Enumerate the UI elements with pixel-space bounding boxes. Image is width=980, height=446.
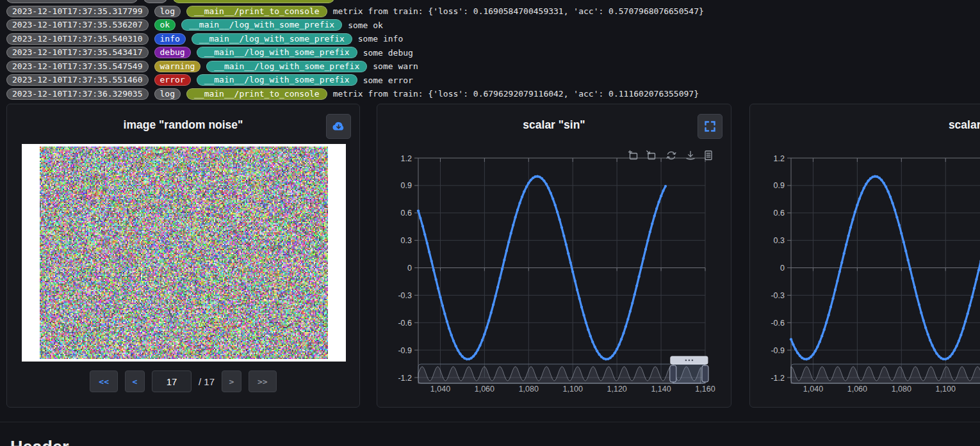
scalar-sin-card: 1.20.90.60.30-0.3-0.6-0.9-1.21,0401,0601… (377, 104, 731, 408)
image-pagination: << < / 17 > >> (7, 370, 359, 392)
log-logger-badge: __main__/log_with_some_prefix (206, 61, 367, 72)
svg-text:0: 0 (780, 264, 785, 273)
next-section-heading: Header (10, 438, 69, 446)
image-card-title: image "random noise" (7, 118, 359, 132)
last-page-button[interactable]: >> (249, 370, 277, 392)
sin-chart[interactable]: 1.20.90.60.30-0.3-0.6-0.9-1.21,0401,0601… (377, 104, 732, 408)
cos-card-title: scalar "cos" (750, 118, 980, 132)
log-row (6, 0, 980, 3)
datazoom-handle[interactable] (670, 365, 676, 382)
log-row: 2023-12-10T17:37:35.317799 log __main__/… (6, 6, 980, 17)
log-row: 2023-12-10T17:37:35.547549 warning __mai… (6, 61, 980, 72)
svg-text:1.2: 1.2 (774, 154, 785, 163)
log-level-badge: log (154, 6, 181, 17)
svg-text:-1.2: -1.2 (771, 374, 785, 383)
log-logger-badge: __main__/log_with_some_prefix (197, 47, 357, 58)
svg-text:-0.3: -0.3 (771, 291, 785, 300)
log-timestamp-badge (6, 0, 138, 3)
log-timestamp-badge: 2023-12-10T17:37:35.317799 (6, 6, 149, 17)
svg-text:1,160: 1,160 (695, 385, 715, 394)
log-timestamp-badge: 2023-12-10T17:37:35.551460 (6, 74, 149, 86)
log-level-badge: info (154, 33, 186, 45)
log-row: 2023-12-10T17:37:35.536207 ok __main__/l… (6, 19, 980, 31)
log-timestamp-badge: 2023-12-10T17:37:35.547549 (6, 61, 149, 72)
svg-text:1,060: 1,060 (847, 385, 867, 394)
log-row: 2023-12-10T17:37:35.540310 info __main__… (6, 33, 980, 45)
fullscreen-icon (705, 121, 715, 132)
svg-text:1,100: 1,100 (563, 385, 583, 394)
page-total-label: / 17 (199, 376, 215, 387)
svg-text:0.3: 0.3 (401, 236, 412, 245)
svg-text:-0.9: -0.9 (771, 346, 785, 355)
log-level-badge: log (154, 88, 181, 100)
log-row: 2023-12-10T17:37:35.543417 debug __main_… (6, 47, 980, 58)
log-level-badge: error (154, 74, 191, 86)
page-number-input[interactable] (152, 370, 192, 392)
log-timestamp-badge: 2023-12-10T17:37:36.329035 (6, 88, 149, 100)
first-page-button[interactable]: << (90, 370, 118, 392)
image-card: image "random noise" << < / 17 > >> (6, 104, 360, 408)
svg-text:0.9: 0.9 (774, 181, 785, 190)
log-timestamp-badge: 2023-12-10T17:37:35.540310 (6, 33, 149, 45)
log-message: some warn (373, 61, 418, 71)
log-message: some ok (348, 20, 383, 30)
svg-text:1,080: 1,080 (892, 385, 911, 394)
cos-chart[interactable]: 1.20.90.60.30-0.3-0.6-0.9-1.21,0401,0601… (750, 104, 980, 408)
log-level-badge: warning (154, 61, 201, 72)
datazoom-window[interactable] (673, 364, 705, 383)
svg-text:0.6: 0.6 (774, 209, 785, 218)
svg-text:0.6: 0.6 (401, 209, 412, 218)
log-logger-badge: __main__/print_to_console (186, 88, 327, 100)
svg-text:1,060: 1,060 (475, 385, 494, 394)
svg-text:1,040: 1,040 (430, 385, 450, 394)
sin-card-title: scalar "sin" (377, 118, 731, 132)
section-divider (0, 422, 980, 422)
log-message: metrix from train: {'loss': 0.6796292079… (333, 89, 699, 99)
svg-text:1,140: 1,140 (651, 385, 671, 394)
log-level-badge: debug (154, 47, 191, 58)
log-logger-badge (173, 0, 334, 3)
log-logger-badge: __main__/log_with_some_prefix (197, 74, 357, 86)
log-row: 2023-12-10T17:37:36.329035 log __main__/… (6, 88, 980, 100)
svg-text:1,120: 1,120 (607, 385, 627, 394)
svg-text:-0.9: -0.9 (398, 346, 412, 355)
svg-text:1,040: 1,040 (803, 385, 823, 394)
log-timestamp-badge: 2023-12-10T17:37:35.536207 (6, 19, 149, 31)
log-message: some error (363, 76, 413, 85)
svg-text:1,100: 1,100 (936, 385, 956, 394)
log-logger-badge: __main__/log_with_some_prefix (181, 19, 342, 31)
log-row: 2023-12-10T17:37:35.551460 error __main_… (6, 74, 980, 86)
svg-text:-0.6: -0.6 (771, 319, 785, 328)
toolbox-data-view-icon[interactable] (705, 151, 712, 160)
svg-text:-0.3: -0.3 (398, 291, 412, 300)
sin-fullscreen-button[interactable] (698, 114, 723, 139)
svg-text:0: 0 (407, 264, 412, 273)
log-message: metrix from train: {'loss': 0.1690584700… (333, 6, 704, 16)
log-timestamp-badge: 2023-12-10T17:37:35.543417 (6, 47, 149, 58)
datazoom-handle[interactable] (702, 365, 708, 382)
log-logger-badge: __main__/log_with_some_prefix (192, 33, 352, 45)
log-logger-badge: __main__/print_to_console (186, 6, 327, 17)
log-message: some info (358, 34, 403, 44)
log-level-badge (143, 0, 167, 3)
page: 2023-12-10T17:37:35.317799 log __main__/… (0, 0, 980, 446)
svg-text:1,080: 1,080 (519, 385, 539, 394)
svg-text:1.2: 1.2 (401, 154, 412, 163)
svg-text:-0.6: -0.6 (398, 319, 412, 328)
cloud-download-icon (332, 120, 345, 133)
image-figure (22, 144, 346, 362)
log-level-badge: ok (154, 19, 176, 31)
next-page-button[interactable]: > (222, 370, 241, 392)
svg-text:0.9: 0.9 (401, 181, 412, 190)
svg-text:-1.2: -1.2 (398, 374, 412, 383)
image-download-button[interactable] (326, 114, 351, 139)
log-message: some debug (363, 48, 413, 58)
scalar-cos-card: 1.20.90.60.30-0.3-0.6-0.9-1.21,0401,0601… (749, 104, 980, 408)
prev-page-button[interactable]: < (125, 370, 145, 392)
log-console: 2023-12-10T17:37:35.317799 log __main__/… (6, 0, 980, 102)
noise-image (40, 147, 328, 359)
svg-text:0.3: 0.3 (774, 236, 785, 245)
